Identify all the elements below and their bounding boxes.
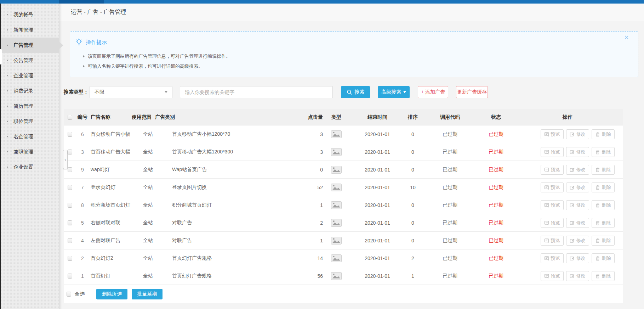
ad-end-date: 2020-01-01 (349, 179, 406, 196)
preview-button[interactable]: 预览 (541, 182, 564, 192)
search-button[interactable]: 搜索 (341, 86, 370, 98)
ad-sort: 0 (406, 125, 420, 143)
batch-extend-button[interactable]: 批量延期 (132, 289, 163, 299)
edit-icon (570, 150, 575, 154)
ad-type (324, 196, 349, 214)
left-edge-tab[interactable] (0, 49, 2, 64)
ad-type (324, 267, 349, 285)
row-checkbox[interactable] (68, 150, 72, 154)
edit-button[interactable]: 修改 (566, 147, 589, 157)
ad-code-status: 已过期 (420, 125, 480, 143)
row-checkbox[interactable] (68, 238, 72, 243)
preview-button[interactable]: 预览 (541, 253, 564, 263)
advanced-search-button[interactable]: 高级搜索 (378, 86, 410, 98)
sidebar-collapse-handle[interactable]: ‹ (63, 150, 68, 169)
image-type-icon (331, 201, 342, 209)
sidebar-item-0[interactable]: 我的帐号 (1, 7, 59, 22)
close-icon[interactable]: × (624, 34, 629, 41)
select-all-header-checkbox[interactable] (68, 115, 72, 120)
sidebar-item-label: 企业设置 (13, 164, 33, 170)
edit-button[interactable]: 修改 (566, 182, 589, 192)
delete-button[interactable]: 删除 (592, 165, 615, 175)
header-scope: 使用范围 (130, 109, 155, 125)
trash-icon (595, 185, 600, 190)
edit-button[interactable]: 修改 (566, 165, 589, 175)
sidebar-item-4[interactable]: 企业管理 (1, 68, 59, 83)
sidebar-item-3[interactable]: 公告管理 (1, 53, 59, 68)
header-sort: 排序 (406, 109, 420, 125)
delete-selected-label: 删除所选 (102, 291, 122, 297)
edit-button[interactable]: 修改 (566, 271, 589, 281)
ad-type (324, 232, 349, 249)
preview-button[interactable]: 预览 (541, 165, 564, 175)
edit-icon (570, 167, 575, 172)
preview-label: 预览 (551, 149, 560, 155)
preview-button[interactable]: 预览 (541, 271, 564, 281)
preview-button[interactable]: 预览 (541, 218, 564, 228)
delete-button[interactable]: 删除 (592, 271, 615, 281)
edit-button[interactable]: 修改 (566, 236, 589, 246)
sidebar-item-9[interactable]: 兼职管理 (1, 144, 59, 159)
edit-button[interactable]: 修改 (566, 129, 589, 139)
ad-sort: 0 (406, 214, 420, 231)
edit-button[interactable]: 修改 (566, 218, 589, 228)
bullet-dot-icon (7, 167, 8, 168)
edit-label: 修改 (576, 184, 586, 191)
ad-category: 首页幻灯广告规格 (155, 249, 244, 267)
add-ad-button[interactable]: + 添加广告 (418, 86, 448, 98)
sidebar-item-7[interactable]: 职位管理 (1, 114, 59, 129)
row-checkbox[interactable] (68, 167, 72, 172)
sidebar-item-8[interactable]: 名企管理 (1, 129, 59, 144)
select-all-checkbox[interactable] (67, 292, 71, 297)
preview-label: 预览 (551, 131, 560, 137)
sidebar-item-2[interactable]: 广告管理 (1, 38, 59, 53)
sidebar-item-5[interactable]: 消费记录 (1, 83, 59, 99)
row-checkbox[interactable] (68, 203, 72, 208)
ad-category: 首页幻灯广告规格 (155, 267, 244, 285)
ad-type (324, 161, 349, 178)
delete-button[interactable]: 删除 (592, 236, 615, 246)
table-row: 9 wap幻灯 全站 Wap站首页广告 0 2020-01-01 0 已过期 已… (64, 161, 623, 179)
preview-button[interactable]: 预览 (541, 147, 564, 157)
breadcrumb: 运营 - 广告 - 广告管理 (71, 9, 126, 16)
search-type-select[interactable]: 不限 (90, 86, 172, 98)
preview-button[interactable]: 预览 (541, 129, 564, 139)
ad-scope: 全站 (130, 143, 155, 161)
ad-name: 左侧对联广告 (89, 232, 130, 249)
sidebar-item-label: 消费记录 (13, 88, 33, 94)
delete-button[interactable]: 删除 (592, 253, 615, 263)
delete-selected-button[interactable]: 删除所选 (96, 289, 127, 299)
preview-button[interactable]: 预览 (541, 236, 564, 246)
sidebar-item-1[interactable]: 新闻管理 (1, 22, 59, 38)
row-checkbox[interactable] (68, 256, 72, 261)
preview-button[interactable]: 预览 (541, 200, 564, 210)
image-type-icon (331, 254, 342, 262)
ad-clicks: 0 (244, 161, 324, 178)
ad-status: 已过期 (480, 232, 512, 249)
sidebar-item-10[interactable]: 企业设置 (1, 159, 59, 175)
preview-icon (544, 185, 549, 190)
ad-category: 积分商城首页幻灯 (155, 196, 244, 214)
delete-button[interactable]: 删除 (592, 147, 615, 157)
ad-code-status: 已过期 (420, 143, 480, 161)
row-checkbox[interactable] (68, 220, 72, 225)
edit-button[interactable]: 修改 (566, 253, 589, 263)
row-checkbox[interactable] (68, 185, 72, 190)
refresh-ad-cache-button[interactable]: 更新广告缓存 (456, 86, 488, 98)
ad-type (324, 179, 349, 196)
bullet-dot-icon (7, 106, 8, 107)
bullet-arrow-icon (83, 55, 85, 57)
chevron-left-icon: ‹ (65, 157, 66, 162)
keyword-input[interactable] (180, 86, 333, 98)
sidebar-item-6[interactable]: 简历管理 (1, 99, 59, 114)
delete-button[interactable]: 删除 (592, 182, 615, 192)
delete-button[interactable]: 删除 (592, 218, 615, 228)
ad-end-date: 2020-01-01 (349, 196, 406, 214)
edit-button[interactable]: 修改 (566, 200, 589, 210)
row-checkbox[interactable] (68, 274, 72, 279)
row-checkbox[interactable] (68, 132, 72, 137)
delete-button[interactable]: 删除 (592, 129, 615, 139)
ad-scope: 全站 (130, 249, 155, 267)
delete-button[interactable]: 删除 (592, 200, 615, 210)
ad-category: 登录页图片切换 (155, 179, 244, 196)
